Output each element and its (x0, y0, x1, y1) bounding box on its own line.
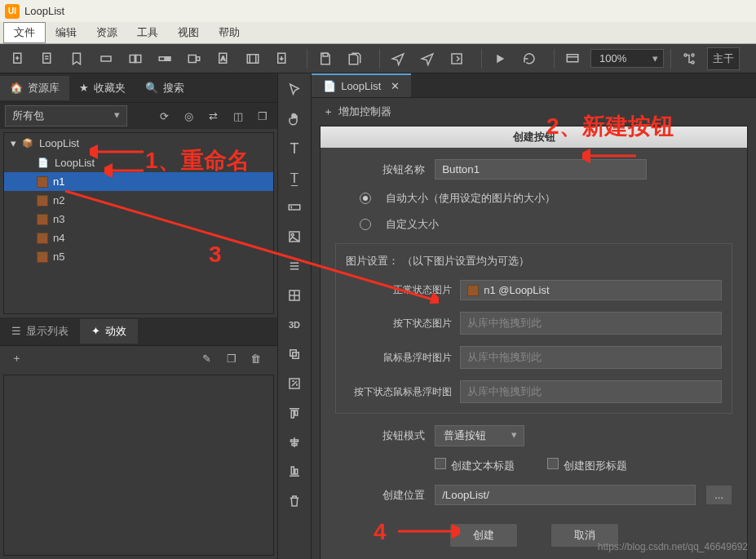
menu-help[interactable]: 帮助 (209, 23, 250, 42)
refresh-icon[interactable] (518, 47, 541, 70)
svg-rect-10 (165, 56, 170, 60)
chevron-down-icon: ▾ (11, 137, 16, 149)
btab-anim[interactable]: ✦ 动效 (80, 319, 138, 344)
search-icon: 🔍 (145, 82, 158, 94)
create-button[interactable]: 创建 (449, 523, 518, 548)
left-tabs: 🏠 资源库 ★ 收藏夹 🔍 搜索 (0, 73, 277, 103)
refresh-pkg-icon[interactable]: ⟳ (155, 106, 175, 126)
bottom-list (3, 375, 274, 557)
align-center-icon[interactable] (281, 429, 307, 455)
downhover-img-field[interactable]: 从库中拖拽到此 (460, 380, 722, 403)
3d-tool-icon[interactable]: 3D (281, 312, 307, 338)
bookmark-icon[interactable] (65, 47, 88, 70)
delete-icon[interactable]: 🗑 (246, 348, 266, 368)
tree-item-n1[interactable]: n1 (4, 172, 273, 191)
doc-icon: 📄 (37, 156, 50, 169)
tree-icon[interactable] (678, 47, 701, 70)
play-icon[interactable] (489, 47, 511, 70)
align-top-icon[interactable] (281, 400, 307, 426)
normal-img-field[interactable]: n1 @LoopList (460, 280, 722, 300)
browse-button[interactable]: ... (705, 485, 732, 505)
mode-dropdown[interactable]: 普通按钮 (435, 425, 524, 446)
close-icon[interactable]: ✕ (391, 80, 400, 92)
duplicate-icon[interactable]: ❐ (222, 348, 241, 368)
input-tool-icon[interactable] (281, 194, 307, 220)
send-icon[interactable] (387, 47, 409, 70)
app-title: LoopList (24, 5, 64, 17)
tree-item-n5[interactable]: n5 (4, 247, 273, 266)
group-tool-icon[interactable] (281, 341, 307, 367)
resize-tool-icon[interactable] (281, 370, 307, 397)
btab-list[interactable]: ☰ 显示列表 (0, 319, 80, 344)
add-controller-button[interactable]: ＋ 增加控制器 (312, 98, 756, 126)
chk-text-title[interactable] (435, 458, 446, 469)
doc-tab-label: LoopList (341, 80, 381, 92)
tab-library[interactable]: 🏠 资源库 (0, 76, 69, 100)
tab-favorites[interactable]: ★ 收藏夹 (69, 76, 135, 100)
sprite-icon (37, 251, 48, 263)
radio-auto-size[interactable] (360, 193, 371, 204)
package-dropdown[interactable]: 所有包 (5, 105, 127, 126)
split-icon[interactable]: ◫ (228, 106, 248, 126)
text-tool-icon[interactable]: T (281, 135, 307, 162)
save-all-icon[interactable] (343, 47, 366, 70)
menu-file[interactable]: 文件 (3, 22, 46, 43)
chk-graphic-label: 创建图形标题 (564, 459, 627, 472)
richtext-tool-icon[interactable]: T̲ (281, 165, 307, 191)
tab-search[interactable]: 🔍 搜索 (135, 76, 194, 100)
tree-item-n3[interactable]: n3 (4, 210, 273, 228)
target-icon[interactable]: ◎ (179, 106, 199, 126)
tree-item-label: n3 (53, 213, 64, 225)
add-icon[interactable]: ＋ (7, 348, 26, 368)
menu-edit[interactable]: 编辑 (46, 23, 86, 42)
screen-icon[interactable] (561, 47, 584, 70)
radio-custom-size[interactable] (360, 219, 371, 230)
doc-tab-looplist[interactable]: 📄 LoopList ✕ (312, 73, 411, 97)
hover-img-field[interactable]: 从库中拖拽到此 (460, 346, 722, 369)
menu-view[interactable]: 视图 (168, 23, 209, 42)
edit-icon[interactable]: ✎ (197, 348, 217, 368)
menu-tool[interactable]: 工具 (127, 23, 168, 42)
window-icon[interactable] (95, 47, 117, 70)
align-bottom-icon[interactable] (281, 459, 307, 485)
send2-icon[interactable] (416, 47, 439, 70)
tool-strip: T T̲ 3D (277, 73, 312, 559)
device-icon[interactable] (183, 47, 206, 70)
tree-item-label: n4 (53, 232, 64, 244)
package-row: 所有包 ⟳ ◎ ⇄ ◫ ❐ (0, 103, 277, 129)
tree-item-n4[interactable]: n4 (4, 228, 273, 247)
doc-icon[interactable] (36, 47, 59, 70)
main-label[interactable]: 主干 (707, 47, 740, 70)
right-panel: 📄 LoopList ✕ ＋ 增加控制器 创建按钮 按钮名称 自动大小（使用设定… (312, 73, 756, 559)
grid-tool-icon[interactable] (281, 282, 307, 308)
movie-icon[interactable] (241, 47, 264, 70)
doc-icon: 📄 (323, 80, 336, 92)
down-img-field[interactable]: 从库中拖拽到此 (460, 312, 722, 335)
image-tool-icon[interactable] (281, 224, 307, 250)
copy-icon[interactable]: ❐ (253, 106, 272, 126)
trash-tool-icon[interactable] (281, 488, 307, 514)
layers-icon[interactable] (124, 47, 147, 70)
new-file-icon[interactable] (7, 47, 29, 70)
list-tool-icon[interactable] (281, 253, 307, 279)
button-name-input[interactable] (435, 159, 647, 180)
tree-item-label: n2 (53, 194, 64, 206)
slider-icon[interactable] (153, 47, 176, 70)
tree-item-n2[interactable]: n2 (4, 191, 273, 210)
zoom-dropdown[interactable]: 100% (590, 49, 664, 68)
tree-root[interactable]: ▾ 📦 LoopList (4, 133, 273, 153)
pointer-tool-icon[interactable] (281, 77, 307, 103)
download-icon[interactable] (271, 47, 294, 70)
pos-input[interactable] (435, 485, 696, 505)
main-toolbar: A 100% 主干 (0, 44, 756, 73)
save-icon[interactable] (314, 47, 337, 70)
menu-resource[interactable]: 资源 (86, 23, 127, 42)
tree-doc-label: LoopList (55, 157, 95, 169)
hand-tool-icon[interactable] (281, 106, 307, 132)
text-icon[interactable]: A (212, 47, 235, 70)
export-icon[interactable] (445, 47, 468, 70)
tree-doc[interactable]: 📄 LoopList (4, 153, 273, 172)
chk-graphic-title[interactable] (547, 458, 559, 469)
swap-icon[interactable]: ⇄ (204, 106, 223, 126)
normal-img-label: 正常状态图片 (346, 283, 452, 297)
